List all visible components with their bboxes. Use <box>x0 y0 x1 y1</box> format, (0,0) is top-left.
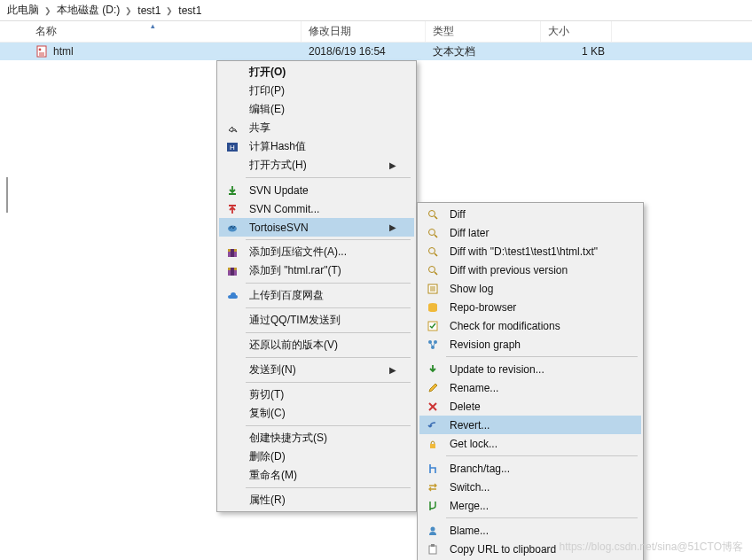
menu-separator <box>446 517 638 518</box>
svn-diff-later[interactable]: Diff later <box>419 223 641 242</box>
svn-diff-prev[interactable]: Diff with previous version <box>419 261 641 279</box>
breadcrumb[interactable]: 此电脑 ❯ 本地磁盘 (D:) ❯ test1 ❯ test1 <box>0 0 752 21</box>
menu-separator <box>246 357 411 358</box>
file-row-selected[interactable]: html 2018/6/19 16:54 文本文档 1 KB <box>0 43 752 60</box>
file-name-cell[interactable]: html <box>0 45 302 58</box>
delete-icon <box>423 401 443 413</box>
menu-copy[interactable]: 复制(C) <box>219 404 414 423</box>
menu-properties[interactable]: 属性(R) <box>219 491 414 509</box>
menu-openwith[interactable]: 打开方式(H)▶ <box>219 156 414 175</box>
svn-revision-graph[interactable]: Revision graph <box>419 335 641 354</box>
magnifier-icon <box>423 208 443 221</box>
cloud-upload-icon <box>223 290 242 302</box>
menu-open[interactable]: 打开(O) <box>219 63 414 82</box>
file-list[interactable]: html 2018/6/19 16:54 文本文档 1 KB <box>0 43 752 60</box>
column-type[interactable]: 类型 <box>426 21 541 42</box>
menu-separator <box>246 382 411 383</box>
svg-point-8 <box>228 225 237 231</box>
hash-icon: H <box>223 141 242 153</box>
svn-get-lock[interactable]: Get lock... <box>419 434 641 453</box>
svg-point-29 <box>428 308 437 312</box>
pencil-icon <box>423 382 443 394</box>
lock-icon <box>423 438 443 450</box>
menu-tortoisesvn[interactable]: TortoiseSVN▶ <box>219 218 414 237</box>
svg-line-18 <box>435 235 437 237</box>
breadcrumb-folder[interactable]: test1 <box>137 4 161 17</box>
svn-delete[interactable]: Delete <box>419 397 641 416</box>
branch-icon <box>423 463 443 475</box>
svn-commit-icon <box>223 203 242 215</box>
menu-sendto[interactable]: 发送到(N)▶ <box>219 361 414 379</box>
menu-add-rar[interactable]: 添加到 "html.rar"(T) <box>219 261 414 280</box>
column-date[interactable]: 修改日期 <box>302 21 426 42</box>
submenu-arrow-icon: ▶ <box>388 365 396 375</box>
menu-upload-baidu[interactable]: 上传到百度网盘 <box>219 286 414 305</box>
breadcrumb-drive[interactable]: 本地磁盘 (D:) <box>57 3 120 18</box>
watermark: https://blog.csdn.net/sina@51CTO博客 <box>560 540 743 555</box>
svn-rename[interactable]: Rename... <box>419 378 641 397</box>
log-icon <box>423 283 443 295</box>
menu-send-qq[interactable]: 通过QQ/TIM发送到 <box>219 311 414 330</box>
svn-blame[interactable]: Blame... <box>419 521 641 540</box>
svg-rect-7 <box>229 205 236 206</box>
magnifier-icon <box>423 264 443 276</box>
svn-check-mods[interactable]: Check for modifications <box>419 316 641 335</box>
menu-rename[interactable]: 重命名(M) <box>219 466 414 485</box>
graph-icon <box>423 338 443 351</box>
svn-revert[interactable]: Revert... <box>419 416 641 434</box>
revert-icon <box>423 419 443 432</box>
svn-update-icon <box>223 184 242 197</box>
menu-separator <box>246 283 411 284</box>
menu-separator <box>246 307 411 308</box>
svg-point-15 <box>429 210 435 216</box>
chevron-right-icon: ❯ <box>125 6 132 15</box>
merge-icon <box>423 500 443 512</box>
menu-cut[interactable]: 剪切(T) <box>219 385 414 404</box>
svn-update-revision[interactable]: Update to revision... <box>419 360 641 378</box>
menu-hash[interactable]: H计算Hash值 <box>219 137 414 156</box>
menu-print[interactable]: 打印(P) <box>219 82 414 100</box>
svg-rect-38 <box>429 546 436 554</box>
submenu-arrow-icon: ▶ <box>388 222 396 232</box>
blame-icon <box>423 525 443 537</box>
svn-show-log[interactable]: Show log <box>419 279 641 298</box>
svn-merge[interactable]: Merge... <box>419 496 641 515</box>
submenu-arrow-icon: ▶ <box>388 160 396 170</box>
breadcrumb-folder[interactable]: test1 <box>178 4 201 17</box>
magnifier-icon <box>423 245 443 258</box>
svn-repo-browser[interactable]: Repo-browser <box>419 298 641 316</box>
menu-share[interactable]: 共享 <box>219 119 414 137</box>
file-name-label: html <box>53 45 74 58</box>
menu-edit[interactable]: 编辑(E) <box>219 100 414 119</box>
file-size-cell: 1 KB <box>541 45 612 58</box>
context-menu: 打开(O) 打印(P) 编辑(E) 共享 H计算Hash值 打开方式(H)▶ S… <box>216 60 417 512</box>
magnifier-icon <box>423 227 443 239</box>
menu-create-shortcut[interactable]: 创建快捷方式(S) <box>219 429 414 447</box>
menu-separator <box>446 455 638 456</box>
menu-restore-versions[interactable]: 还原以前的版本(V) <box>219 336 414 354</box>
menu-svn-update[interactable]: SVN Update <box>219 181 414 199</box>
svn-diff-with[interactable]: Diff with "D:\test1\test1\html.txt" <box>419 242 641 261</box>
menu-add-archive[interactable]: 添加到压缩文件(A)... <box>219 243 414 261</box>
file-date-cell: 2018/6/19 16:54 <box>302 45 426 58</box>
pane-divider <box>6 177 8 213</box>
check-mods-icon <box>423 320 443 332</box>
menu-delete[interactable]: 删除(D) <box>219 447 414 466</box>
svg-rect-39 <box>431 544 435 547</box>
column-headers: ▴ 名称 修改日期 类型 大小 <box>0 21 752 43</box>
menu-svn-commit[interactable]: SVN Commit... <box>219 199 414 218</box>
menu-separator <box>446 356 638 357</box>
text-file-icon <box>35 45 48 58</box>
svn-switch[interactable]: Switch... <box>419 478 641 496</box>
breadcrumb-root[interactable]: 此电脑 <box>7 3 39 18</box>
svn-branch-tag[interactable]: Branch/tag... <box>419 459 641 478</box>
svn-diff[interactable]: Diff <box>419 205 641 223</box>
chevron-right-icon: ❯ <box>166 6 173 15</box>
tortoise-icon <box>223 222 242 234</box>
update-icon <box>423 363 443 376</box>
file-type-cell: 文本文档 <box>426 44 541 59</box>
menu-separator <box>246 425 411 426</box>
column-size[interactable]: 大小 <box>541 21 612 42</box>
menu-separator <box>246 239 411 240</box>
svg-rect-36 <box>430 444 435 448</box>
